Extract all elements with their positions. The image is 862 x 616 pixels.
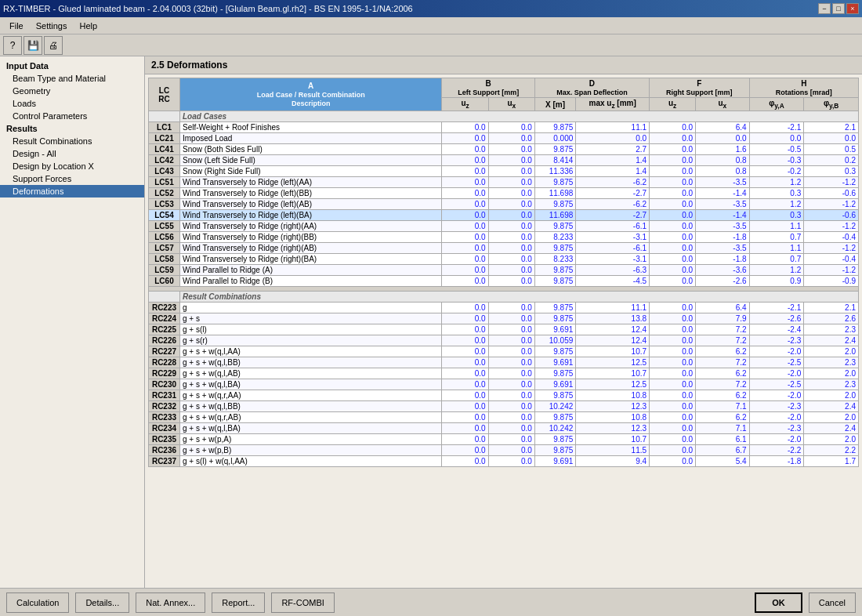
sidebar-item-geometry[interactable]: Geometry <box>0 85 144 97</box>
sidebar-item-design-by-location[interactable]: Design by Location X <box>0 160 144 172</box>
table-row[interactable]: LC60 Wind Parallel to Ridge (B) 0.0 0.0 … <box>149 276 859 287</box>
content-area: 2.5 Deformations LCRC ALoad Case / Resul… <box>145 56 862 588</box>
main-content: Input Data Beam Type and Material Geomet… <box>0 56 862 588</box>
table-row[interactable]: LC1 Self-Weight + Roof Finishes 0.0 0.0 … <box>149 122 859 133</box>
table-row[interactable]: LC42 Snow (Left Side Full) 0.0 0.0 8.414… <box>149 155 859 166</box>
sidebar: Input Data Beam Type and Material Geomet… <box>0 56 145 588</box>
table-row[interactable]: RC228 g + s + w(q,l,BB) 0.0 0.0 9.691 12… <box>149 357 859 368</box>
content-title: 2.5 Deformations <box>145 56 862 74</box>
table-row[interactable]: LC58 Wind Transversely to Ridge (right)(… <box>149 254 859 265</box>
sidebar-item-result-combinations[interactable]: Result Combinations <box>0 135 144 147</box>
toolbar: ? 💾 🖨 <box>0 34 862 56</box>
table-row[interactable]: RC227 g + s + w(q,l,AA) 0.0 0.0 9.875 10… <box>149 346 859 357</box>
sub-left-ux: ux <box>488 98 534 111</box>
rf-combi-button[interactable]: RF-COMBI <box>271 592 334 613</box>
sub-right-ux: ux <box>696 98 749 111</box>
table-row[interactable]: LC52 Wind Transversely to Ridge (left)(B… <box>149 188 859 199</box>
deformations-table: LCRC ALoad Case / Result CombinationDesc… <box>148 78 859 467</box>
sidebar-item-loads[interactable]: Loads <box>0 97 144 110</box>
col-a-header: ALoad Case / Result CombinationDescripti… <box>180 78 442 111</box>
menu-help[interactable]: Help <box>73 20 103 32</box>
table-row[interactable]: LC57 Wind Transversely to Ridge (right)(… <box>149 243 859 254</box>
menu-settings[interactable]: Settings <box>30 20 74 32</box>
table-row[interactable]: LC55 Wind Transversely to Ridge (right)(… <box>149 221 859 232</box>
toolbar-save-button[interactable]: 💾 <box>24 36 42 55</box>
col-f-header: FRight Support [mm] <box>650 78 750 98</box>
col-lcrc-header: LCRC <box>149 78 180 111</box>
col-b-header: BLeft Support [mm] <box>442 78 534 98</box>
table-container[interactable]: LCRC ALoad Case / Result CombinationDesc… <box>145 74 862 588</box>
sub-max-uz: max uz [mm] <box>576 98 650 111</box>
ok-button[interactable]: OK <box>755 592 802 613</box>
report-button[interactable]: Report... <box>212 592 265 613</box>
table-row[interactable]: RC234 g + s + w(q,l,BA) 0.0 0.0 10.242 1… <box>149 423 859 434</box>
window-title: RX-TIMBER - Glued laminated beam - 2.04.… <box>3 4 413 13</box>
load-cases-header: Load Cases <box>149 111 859 122</box>
sidebar-item-deformations[interactable]: Deformations <box>0 185 144 197</box>
bottom-toolbar: Calculation Details... Nat. Annex... Rep… <box>0 588 862 616</box>
result-combinations-header: Result Combinations <box>149 292 859 303</box>
table-row[interactable]: RC235 g + s + w(p,A) 0.0 0.0 9.875 10.7 … <box>149 434 859 445</box>
table-row[interactable]: RC237 g + s(l) + w(q,l,AA) 0.0 0.0 9.691… <box>149 456 859 467</box>
title-bar: RX-TIMBER - Glued laminated beam - 2.04.… <box>0 0 862 17</box>
sidebar-item-design-all[interactable]: Design - All <box>0 147 144 160</box>
table-row[interactable]: RC225 g + s(l) 0.0 0.0 9.691 12.4 0.0 7.… <box>149 324 859 335</box>
sidebar-item-beam-type[interactable]: Beam Type and Material <box>0 72 144 85</box>
table-row[interactable]: RC236 g + s + w(p,B) 0.0 0.0 9.875 11.5 … <box>149 445 859 456</box>
col-d-header: DMax. Span Deflection <box>534 78 649 98</box>
close-button[interactable]: × <box>846 3 859 14</box>
table-row[interactable]: RC230 g + s + w(q,l,BA) 0.0 0.0 9.691 12… <box>149 379 859 390</box>
calculation-button[interactable]: Calculation <box>6 592 69 613</box>
table-row[interactable]: RC231 g + s + w(q,r,AA) 0.0 0.0 9.875 10… <box>149 390 859 401</box>
table-row[interactable]: LC43 Snow (Right Side Full) 0.0 0.0 11.3… <box>149 166 859 177</box>
sidebar-section-input: Input Data <box>0 60 144 72</box>
table-row[interactable]: LC54 Wind Transversely to Ridge (left)(B… <box>149 210 859 221</box>
details-button[interactable]: Details... <box>75 592 129 613</box>
minimize-button[interactable]: − <box>818 3 831 14</box>
sub-phi-b: φy,B <box>804 98 859 111</box>
cancel-button[interactable]: Cancel <box>809 592 856 613</box>
table-row[interactable]: RC229 g + s + w(q,l,AB) 0.0 0.0 9.875 10… <box>149 368 859 379</box>
sidebar-item-support-forces[interactable]: Support Forces <box>0 172 144 185</box>
window-controls: − □ × <box>818 3 859 14</box>
table-row[interactable]: LC51 Wind Transversely to Ridge (left)(A… <box>149 177 859 188</box>
sub-phi-a: φy,A <box>749 98 804 111</box>
sidebar-section-results: Results <box>0 122 144 135</box>
sidebar-item-control-params[interactable]: Control Parameters <box>0 110 144 122</box>
sub-right-uz: uz <box>650 98 696 111</box>
sub-left-uz: uz <box>442 98 488 111</box>
table-row[interactable]: LC53 Wind Transversely to Ridge (left)(A… <box>149 199 859 210</box>
table-row[interactable]: RC232 g + s + w(q,l,BB) 0.0 0.0 10.242 1… <box>149 401 859 412</box>
table-row[interactable]: LC41 Snow (Both Sides Full) 0.0 0.0 9.87… <box>149 144 859 155</box>
nat-annex-button[interactable]: Nat. Annex... <box>136 592 205 613</box>
toolbar-help-button[interactable]: ? <box>3 36 22 55</box>
table-row[interactable]: RC226 g + s(r) 0.0 0.0 10.059 12.4 0.0 7… <box>149 335 859 346</box>
menu-file[interactable]: File <box>3 20 30 32</box>
table-row[interactable]: RC233 g + s + w(q,r,AB) 0.0 0.0 9.875 10… <box>149 412 859 423</box>
col-h-header: HRotations [mrad] <box>749 78 858 98</box>
maximize-button[interactable]: □ <box>832 3 845 14</box>
table-row[interactable]: LC21 Imposed Load 0.0 0.0 0.000 0.0 0.0 … <box>149 133 859 144</box>
table-row[interactable]: RC224 g + s 0.0 0.0 9.875 13.8 0.0 7.9 -… <box>149 313 859 324</box>
sub-max-x: X [m] <box>534 98 575 111</box>
table-row[interactable]: RC223 g 0.0 0.0 9.875 11.1 0.0 6.4 -2.1 … <box>149 303 859 313</box>
toolbar-print-button[interactable]: 🖨 <box>44 36 63 55</box>
table-row[interactable]: LC56 Wind Transversely to Ridge (right)(… <box>149 232 859 243</box>
menu-bar: File Settings Help <box>0 17 862 34</box>
table-row[interactable]: LC59 Wind Parallel to Ridge (A) 0.0 0.0 … <box>149 265 859 276</box>
